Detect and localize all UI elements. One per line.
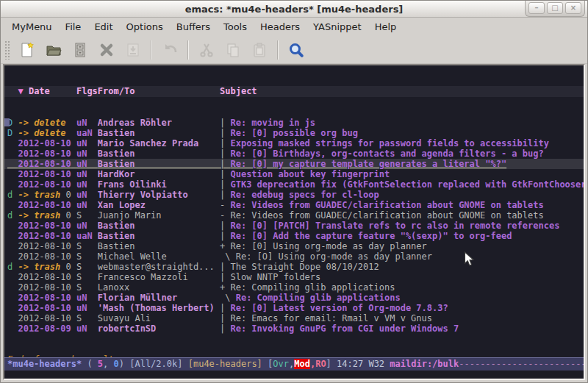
column-date[interactable]: Date	[24, 86, 76, 96]
menu-file[interactable]: File	[59, 19, 88, 35]
toolbar-drag-handle-icon[interactable]	[4, 40, 10, 60]
message-row[interactable]: D -> delete uN Andreas Röhler | Re: movi…	[7, 118, 584, 128]
message-row[interactable]: 2012-08-10 S Francesco Mazzoli | Slow NN…	[7, 272, 584, 282]
message-row[interactable]: d -> trash 0 uN Thierry Volpiatto | Re: …	[7, 190, 584, 200]
message-row[interactable]: 2012-08-10 uN Bastien | Re: [0] [PATCH] …	[7, 221, 584, 231]
buffer-area[interactable]: ▼ Date FlgsFrom/To Subject D -> delete u…	[4, 65, 584, 357]
close-buffer-button[interactable]	[93, 39, 120, 61]
menu-edit[interactable]: Edit	[87, 19, 119, 35]
message-row[interactable]: d -> trash 0 S Juanjo Marin - Re: Videos…	[7, 210, 584, 221]
message-row[interactable]: 2012-08-10 uN Florian Müllner \ Re: Comp…	[7, 293, 584, 303]
row-date-extra	[71, 282, 76, 293]
column-subject[interactable]: Subject	[220, 86, 257, 96]
row-date-extra	[65, 118, 76, 128]
menu-buffers[interactable]: Buffers	[170, 19, 217, 35]
menu-headers[interactable]: Headers	[254, 19, 306, 35]
row-subject: Re: Videos from GUADEC/clarification abo…	[230, 200, 543, 210]
message-row[interactable]: 2012-08-10 uN 'Mash (Thomas Herbert) | R…	[7, 303, 584, 313]
row-thread-mark: |	[220, 128, 230, 138]
message-row[interactable]: D -> delete uaN Bastien | Re: [0] possib…	[7, 128, 584, 138]
row-subject: Re: moving in js	[230, 118, 315, 128]
row-date: 2012-08-10	[18, 148, 71, 159]
menu-help[interactable]: Help	[368, 19, 404, 35]
search-button[interactable]	[283, 39, 309, 61]
row-subject: Re: edebug specs for cl-loop	[230, 190, 379, 200]
row-date-extra: 0	[60, 210, 76, 221]
message-row[interactable]: 2012-08-10 uaN Bastien | Re: [0] Add the…	[7, 231, 584, 241]
title-bar[interactable]: emacs: *mu4e-headers* [mu4e-headers] –□×	[1, 1, 587, 18]
message-row[interactable]: 2012-08-09 uN robertcInSD | Re: Invoking…	[7, 323, 584, 334]
row-date: 2012-08-10	[18, 169, 71, 179]
modeline-dim: ,	[103, 359, 113, 369]
row-thread-mark: -	[220, 200, 230, 210]
menu-options[interactable]: Options	[120, 19, 170, 35]
row-line: 2012-08-09 uN robertcInSD | Re: Invoking…	[7, 323, 459, 334]
message-row[interactable]: 2012-08-10 S Bastien + Re: [0] Using org…	[7, 241, 584, 251]
message-row[interactable]: 2012-08-10 uN Mario Sanchez Prada | Expo…	[7, 138, 584, 148]
menu-tools[interactable]: Tools	[217, 19, 254, 35]
row-date-extra	[71, 323, 76, 334]
minimize-button[interactable]: –	[528, 2, 545, 14]
row-flags: S	[76, 313, 98, 323]
row-mark	[7, 272, 18, 282]
row-from: Mario Sanchez Prada	[98, 138, 220, 148]
header-line: ▼ Date FlgsFrom/To Subject	[4, 86, 584, 97]
row-date: -> delete	[18, 128, 65, 138]
message-row[interactable]: 2012-08-10 uN Frans Oilinki | GTK3 depre…	[7, 179, 584, 190]
row-line: 2012-08-10 uN Bastien | Re: [0] Birthday…	[7, 148, 544, 159]
row-from: Juanjo Marin	[98, 210, 220, 221]
row-date-extra	[71, 293, 76, 303]
modeline-ro: RO	[315, 359, 326, 369]
modeline-dir: maildir:/bulk	[390, 359, 459, 369]
row-subject: Re: [0] my capture template generates a …	[230, 159, 506, 169]
row-date-extra	[71, 200, 76, 210]
row-date: 2012-08-09	[18, 323, 71, 334]
cut-button	[193, 39, 220, 61]
row-line: 2012-08-10 S Lanoxx + Re: Compiling glib…	[7, 282, 395, 293]
row-date: 2012-08-10	[18, 231, 71, 241]
message-row[interactable]: 2012-08-10 uN HardKor | Question about k…	[7, 169, 584, 179]
message-row[interactable]: 2012-08-10 uN Xan Lopez - Re: Videos fro…	[7, 200, 584, 210]
row-mark	[7, 293, 18, 303]
message-row[interactable]: 2012-08-10 S Michael Welle \ Re: [O] Usi…	[7, 251, 584, 262]
open-file-button[interactable]	[40, 39, 67, 61]
row-date: 2012-08-10	[18, 313, 71, 323]
row-mark: D	[7, 128, 18, 138]
row-date: 2012-08-10	[18, 272, 71, 282]
row-flags: S	[76, 282, 98, 293]
row-date: 2012-08-10	[18, 293, 71, 303]
row-mark	[7, 221, 18, 231]
new-file-button[interactable]	[14, 39, 40, 61]
row-thread-mark: |	[220, 221, 230, 231]
column-from[interactable]: From/To	[98, 86, 220, 96]
row-mark	[7, 251, 18, 262]
menu-mymenu[interactable]: MyMenu	[5, 19, 59, 35]
message-row[interactable]: d -> trash 0 S webmaster@straightd... | …	[7, 262, 584, 272]
scrollbar-thumb[interactable]	[4, 118, 10, 126]
row-date: 2012-08-10	[18, 159, 71, 169]
window-controls: –□×	[525, 1, 585, 17]
dired-button[interactable]	[67, 39, 93, 61]
message-row-current[interactable]: 2012-08-10 uN Bastien | Re: [0] my captu…	[4, 159, 584, 169]
row-line: D -> delete uN Andreas Röhler | Re: movi…	[7, 118, 315, 128]
row-subject: Re: Compiling glib applications	[236, 293, 401, 303]
row-thread-mark: |	[220, 179, 230, 190]
row-subject: Re: [0] Latest version of Org-mode 7.8.3…	[230, 303, 448, 313]
menu-yasnippet[interactable]: YASnippet	[306, 19, 368, 35]
message-row[interactable]: 2012-08-10 S Lanoxx + Re: Compiling glib…	[7, 282, 584, 293]
row-thread-mark: |	[220, 323, 230, 334]
row-line: 2012-08-10 uN Florian Müllner \ Re: Comp…	[7, 293, 401, 303]
close-button[interactable]: ×	[565, 2, 581, 14]
column-flags[interactable]: Flgs	[76, 86, 98, 96]
maximize-button[interactable]: □	[547, 2, 563, 14]
sort-arrow-icon[interactable]: ▼	[18, 86, 23, 96]
echo-area[interactable]	[4, 371, 584, 379]
row-from: HardKor	[98, 169, 220, 179]
row-date-extra	[71, 313, 76, 323]
row-line: 2012-08-10 S Bastien + Re: [0] Using org…	[7, 241, 427, 251]
message-row[interactable]: 2012-08-10 uN Bastien | Re: [0] Birthday…	[7, 148, 584, 159]
row-line: 2012-08-10 S Michael Welle \ Re: [O] Usi…	[7, 251, 432, 262]
row-mark	[7, 323, 18, 334]
message-row[interactable]: 2012-08-10 S Suvayu Ali | Re: Emacs for …	[7, 313, 584, 323]
modeline-dashes: ----------------------------------------…	[459, 359, 584, 369]
